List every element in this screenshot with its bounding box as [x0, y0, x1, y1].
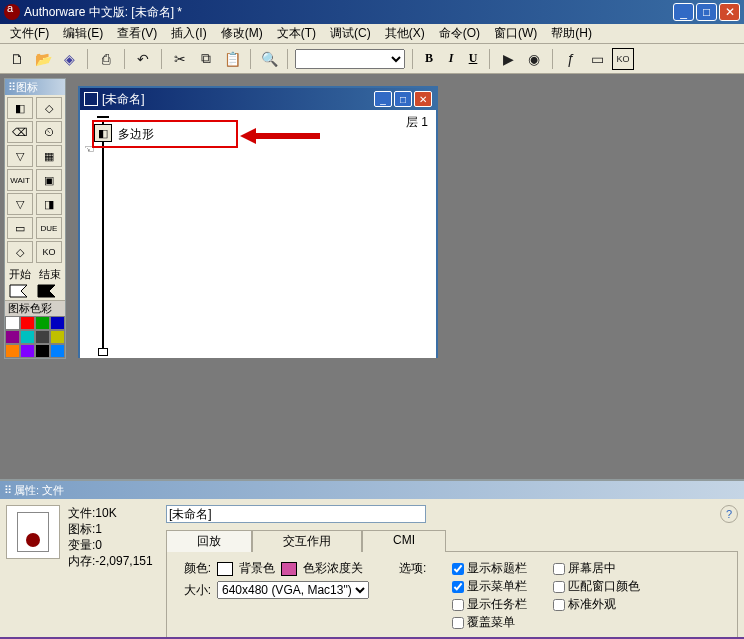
color-swatch[interactable]: [35, 330, 50, 344]
cut-button[interactable]: ✂: [169, 48, 191, 70]
interaction-icon[interactable]: ▣: [36, 169, 62, 191]
design-close-button[interactable]: ✕: [414, 91, 432, 107]
new-button[interactable]: 🗋: [6, 48, 28, 70]
color-swatch[interactable]: [35, 316, 50, 330]
workspace: ⠿图标 ◧ ◇ ⌫ ⏲ ▽ ▦ WAIT ▣ ▽ ◨ ▭ DUE ◇ KO 开始…: [0, 74, 744, 639]
menu-edit[interactable]: 编辑(E): [57, 23, 109, 44]
underline-button[interactable]: U: [464, 51, 482, 66]
app-titlebar: Authorware 中文版: [未命名] * _ □ ✕: [0, 0, 744, 24]
color-swatch[interactable]: [20, 344, 35, 358]
start-flag-icon[interactable]: [9, 284, 33, 298]
arrow-annotation: [240, 128, 320, 144]
opt-taskbar[interactable]: 显示任务栏: [452, 596, 527, 613]
color-swatch[interactable]: [50, 330, 65, 344]
color-swatch[interactable]: [20, 316, 35, 330]
save-button[interactable]: ◈: [58, 48, 80, 70]
undo-button[interactable]: ↶: [132, 48, 154, 70]
menu-window[interactable]: 窗口(W): [488, 23, 543, 44]
sound-icon[interactable]: DUE: [36, 217, 62, 239]
erase-icon[interactable]: ⌫: [7, 121, 33, 143]
icon-palette: ⠿图标 ◧ ◇ ⌫ ⏲ ▽ ▦ WAIT ▣ ▽ ◨ ▭ DUE ◇ KO 开始…: [4, 78, 66, 359]
end-flag-icon[interactable]: [37, 284, 61, 298]
flowline: [102, 120, 104, 350]
ko-button[interactable]: KO: [612, 48, 634, 70]
opt-overlay[interactable]: 覆盖菜单: [452, 614, 527, 631]
video-icon[interactable]: ◇: [7, 241, 33, 263]
control-button[interactable]: ◉: [523, 48, 545, 70]
map-icon[interactable]: ◨: [36, 193, 62, 215]
bg-color-label: 背景色: [239, 560, 275, 577]
menu-other[interactable]: 其他(X): [379, 23, 431, 44]
info-varcount: 变量:0: [68, 537, 158, 553]
opt-matchcolor[interactable]: 匹配窗口颜色: [553, 578, 640, 595]
help-button[interactable]: ?: [720, 505, 738, 523]
size-select[interactable]: 640x480 (VGA, Mac13"): [217, 581, 369, 599]
menu-help[interactable]: 帮助(H): [545, 23, 598, 44]
filename-input[interactable]: [166, 505, 426, 523]
color-swatch[interactable]: [50, 344, 65, 358]
tab-content: 颜色: 背景色 色彩浓度关 大小: 640x480 (VGA, Mac13"): [166, 551, 738, 639]
func-button[interactable]: ƒ: [560, 48, 582, 70]
color-swatch[interactable]: [35, 344, 50, 358]
display-icon[interactable]: ◧: [7, 97, 33, 119]
design-window: [未命名] _ □ ✕ 层 1 ☜ ◧ 多边形: [78, 86, 438, 358]
motion-icon[interactable]: ◇: [36, 97, 62, 119]
minimize-button[interactable]: _: [673, 3, 694, 21]
design-title: [未命名]: [102, 91, 374, 108]
menu-command[interactable]: 命令(O): [433, 23, 486, 44]
opt-standard[interactable]: 标准外观: [553, 596, 640, 613]
options-label: 选项:: [399, 560, 426, 577]
menu-file[interactable]: 文件(F): [4, 23, 55, 44]
menu-debug[interactable]: 调试(C): [324, 23, 377, 44]
font-select[interactable]: [295, 49, 405, 69]
bg-color-swatch[interactable]: [217, 562, 233, 576]
size-label: 大小:: [175, 582, 211, 599]
nav-icon[interactable]: ▽: [7, 145, 33, 167]
design-titlebar[interactable]: [未命名] _ □ ✕: [80, 88, 436, 110]
maximize-button[interactable]: □: [696, 3, 717, 21]
calc-icon[interactable]: ▽: [7, 193, 33, 215]
design-minimize-button[interactable]: _: [374, 91, 392, 107]
movie-icon[interactable]: ▭: [7, 217, 33, 239]
color-label: 颜色:: [175, 560, 211, 577]
framework-icon[interactable]: ▦: [36, 145, 62, 167]
find-button[interactable]: 🔍: [258, 48, 280, 70]
menu-text[interactable]: 文本(T): [271, 23, 322, 44]
tab-interaction[interactable]: 交互作用: [252, 530, 362, 552]
paste-button[interactable]: 📋: [221, 48, 243, 70]
bold-button[interactable]: B: [420, 51, 438, 66]
color-swatch[interactable]: [5, 316, 20, 330]
color-swatch[interactable]: [5, 344, 20, 358]
menu-view[interactable]: 查看(V): [111, 23, 163, 44]
ko-icon[interactable]: KO: [36, 241, 62, 263]
color-swatch[interactable]: [5, 330, 20, 344]
toolbar: 🗋 📂 ◈ ⎙ ↶ ✂ ⧉ 📋 🔍 B I U ▶ ◉ ƒ ▭ KO: [0, 44, 744, 74]
open-button[interactable]: 📂: [32, 48, 54, 70]
menu-insert[interactable]: 插入(I): [165, 23, 212, 44]
tab-cmi[interactable]: CMI: [362, 530, 446, 552]
opt-titlebar[interactable]: 显示标题栏: [452, 560, 527, 577]
menu-modify[interactable]: 修改(M): [215, 23, 269, 44]
palette-title[interactable]: ⠿图标: [5, 79, 65, 95]
wait-icon[interactable]: ⏲: [36, 121, 62, 143]
import-button[interactable]: ⎙: [95, 48, 117, 70]
color-swatch[interactable]: [50, 316, 65, 330]
chroma-swatch[interactable]: [281, 562, 297, 576]
run-button[interactable]: ▶: [497, 48, 519, 70]
tab-playback[interactable]: 回放: [166, 530, 252, 552]
copy-button[interactable]: ⧉: [195, 48, 217, 70]
properties-title[interactable]: ⠿属性: 文件: [0, 481, 744, 499]
decision-icon[interactable]: WAIT: [7, 169, 33, 191]
opt-menubar[interactable]: 显示菜单栏: [452, 578, 527, 595]
opt-center[interactable]: 屏幕居中: [553, 560, 640, 577]
design-window-icon: [84, 92, 98, 106]
italic-button[interactable]: I: [442, 51, 460, 66]
design-maximize-button[interactable]: □: [394, 91, 412, 107]
layer-label: 层 1: [406, 114, 428, 131]
color-swatch[interactable]: [20, 330, 35, 344]
design-body[interactable]: 层 1 ☜ ◧ 多边形: [80, 110, 436, 358]
start-label: 开始: [9, 267, 31, 282]
chroma-label: 色彩浓度关: [303, 560, 363, 577]
close-button[interactable]: ✕: [719, 3, 740, 21]
var-button[interactable]: ▭: [586, 48, 608, 70]
